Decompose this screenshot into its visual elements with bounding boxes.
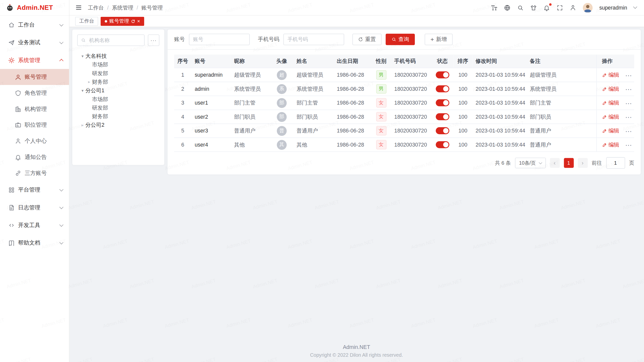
cell-modified-time: 2023-01-03 10:59:44 [472, 68, 527, 82]
add-button[interactable]: + 新增 [425, 34, 453, 45]
sidebar-item-label: 工作台 [18, 21, 35, 28]
tab[interactable]: 工作台 × [75, 17, 98, 26]
close-icon[interactable]: × [137, 19, 140, 24]
search-icon[interactable] [517, 4, 524, 11]
tab[interactable]: 账号管理 × [101, 17, 144, 26]
sidebar-item[interactable]: 职位管理 [0, 117, 69, 133]
sidebar-item[interactable]: 角色管理 [0, 85, 69, 101]
sidebar-item-label: 三方账号 [25, 169, 47, 176]
sidebar-item[interactable]: 开发工具 [0, 216, 69, 234]
tree-arrow-icon[interactable] [80, 54, 86, 58]
cell-nickname: 部门职员 [231, 110, 270, 124]
status-toggle[interactable] [435, 127, 449, 134]
sidebar-item[interactable]: 机构管理 [0, 101, 69, 117]
sidebar-item[interactable]: 个人中心 [0, 133, 69, 149]
breadcrumb: 工作台/ 系统管理/ 账号管理/ [88, 4, 163, 11]
tree-arrow-icon[interactable] [80, 123, 86, 127]
breadcrumb-separator: / [107, 5, 109, 11]
tree-node[interactable]: 市场部 [77, 60, 159, 69]
tree-node[interactable]: 研发部 [77, 69, 159, 77]
sidebar-item[interactable]: 通知公告 [0, 149, 69, 165]
notification-bell-icon[interactable] [543, 4, 550, 11]
sidebar-item[interactable]: 系统管理 [0, 51, 69, 69]
logo-icon [6, 4, 14, 12]
edit-button[interactable]: 编辑 [602, 99, 619, 106]
goto-page-input[interactable] [606, 157, 625, 169]
theme-icon[interactable] [530, 4, 537, 11]
cell-account: superadmin [191, 68, 231, 82]
sidebar-item[interactable]: 日志管理 [0, 199, 69, 216]
cell-account: admin [191, 82, 231, 96]
row-more-button[interactable]: ··· [626, 72, 632, 78]
page-size-select[interactable]: 10条/页 [515, 158, 546, 168]
sidebar-item[interactable]: 工作台 [0, 16, 69, 34]
app: Admin.NET 工作台 业务测试 系统管理 [0, 0, 644, 362]
sidebar-item[interactable]: 帮助文档 [0, 234, 69, 252]
edit-button[interactable]: 编辑 [602, 113, 619, 120]
language-icon[interactable] [504, 4, 510, 11]
cell-nickname: 部门主管 [231, 96, 270, 110]
avatar[interactable] [583, 3, 593, 13]
profile-icon[interactable] [570, 4, 576, 11]
org-more-button[interactable]: ··· [148, 34, 159, 46]
column-header: 手机号码 [391, 55, 431, 68]
search-button[interactable]: 查询 [386, 34, 415, 45]
row-more-button[interactable]: ··· [626, 100, 632, 106]
tab-active-dot [105, 20, 107, 22]
tree-node[interactable]: 财务部 [77, 112, 159, 121]
row-more-button[interactable]: ··· [626, 142, 632, 148]
account-filter-label: 账号 [174, 36, 185, 43]
menu-toggle-icon[interactable] [75, 4, 82, 11]
username[interactable]: superadmin [599, 5, 627, 11]
sidebar-item[interactable]: 业务测试 [0, 34, 69, 51]
logo[interactable]: Admin.NET [0, 0, 69, 16]
tree-node-label: 大名科技 [86, 52, 107, 60]
status-toggle[interactable] [435, 71, 449, 78]
tree-node[interactable]: 分公司1 [77, 86, 159, 95]
font-size-icon[interactable] [491, 4, 497, 11]
tree-node[interactable]: 大名科技 [77, 52, 159, 60]
breadcrumb-item[interactable]: 账号管理 [141, 4, 163, 11]
table-row: 1 superadmin 超级管理员 超 超级管理员 1986-06-28 男 … [174, 68, 634, 82]
tree-node-label: 市场部 [92, 61, 108, 68]
status-toggle[interactable] [435, 141, 449, 148]
edit-button[interactable]: 编辑 [602, 85, 619, 93]
tree-node[interactable]: 市场部 [77, 95, 159, 103]
breadcrumb-item[interactable]: 工作台 [88, 4, 104, 11]
tree-arrow-icon[interactable] [86, 80, 92, 84]
next-page-button[interactable]: › [578, 158, 587, 168]
sidebar-item[interactable]: 三方账号 [0, 165, 69, 181]
tree-arrow-icon[interactable] [80, 88, 86, 93]
row-more-button[interactable]: ··· [626, 114, 632, 120]
tree-node[interactable]: 财务部 [77, 78, 159, 86]
status-toggle[interactable] [435, 113, 449, 120]
cell-modified-time: 2023-01-03 10:59:44 [472, 138, 527, 152]
status-toggle[interactable] [435, 99, 449, 106]
fullscreen-icon[interactable] [556, 4, 563, 11]
sidebar-item-label: 职位管理 [25, 121, 47, 128]
tree-node[interactable]: 研发部 [77, 103, 159, 112]
page-1-button[interactable]: 1 [564, 158, 574, 168]
sidebar-item-label: 机构管理 [25, 105, 47, 113]
pagination: 共 6 条 10条/页 ‹ 1 › 前往 页 [168, 152, 641, 173]
breadcrumb-item[interactable]: 系统管理 [112, 4, 133, 11]
sidebar-item[interactable]: 账号管理 [0, 69, 69, 85]
sidebar-item[interactable]: 平台管理 [0, 181, 69, 199]
edit-button[interactable]: 编辑 [602, 127, 619, 134]
edit-button[interactable]: 编辑 [602, 141, 619, 148]
refresh-icon[interactable] [131, 19, 135, 23]
row-more-button[interactable]: ··· [626, 86, 632, 93]
reset-button[interactable]: 重置 [352, 34, 382, 45]
phone-input[interactable] [284, 34, 344, 45]
account-input[interactable] [189, 34, 250, 45]
edit-button[interactable]: 编辑 [602, 71, 619, 78]
status-toggle[interactable] [435, 85, 449, 93]
prev-page-button[interactable]: ‹ [550, 158, 559, 168]
org-search-input[interactable] [88, 37, 141, 43]
row-more-button[interactable]: ··· [626, 128, 632, 134]
tree-node[interactable]: 分公司2 [77, 121, 159, 129]
gear-icon [8, 57, 15, 63]
chevron-icon [59, 40, 63, 44]
search-icon [81, 38, 86, 43]
chevron-icon [59, 223, 63, 227]
